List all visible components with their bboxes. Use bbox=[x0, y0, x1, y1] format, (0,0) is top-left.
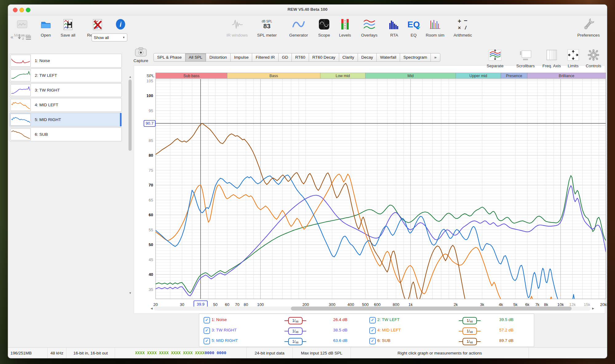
svg-text:75: 75 bbox=[149, 168, 153, 173]
tab-impulse[interactable]: Impulse bbox=[230, 53, 252, 62]
tab-filtered-ir[interactable]: Filtered IR bbox=[252, 53, 278, 62]
measurement-legend: ✓ 1: Noise 1/48 26.4 dB ✓ 3: TW RIGHT 1/… bbox=[199, 314, 534, 347]
legend-checkbox[interactable]: ✓ bbox=[369, 317, 376, 323]
scroll-down-arrow[interactable]: ▼ bbox=[128, 291, 133, 295]
svg-text:Bass: Bass bbox=[269, 74, 278, 78]
title-bar: REW V5.40 Beta 100 bbox=[8, 5, 607, 15]
graph-tab-bar: SPL & Phase All SPL Distortion Impulse F… bbox=[153, 53, 440, 62]
smoothing-badge[interactable]: 1/48 bbox=[459, 317, 481, 324]
tab-decay[interactable]: Decay bbox=[358, 53, 377, 62]
svg-text:100: 100 bbox=[146, 93, 153, 98]
svg-text:SPL: SPL bbox=[146, 73, 154, 78]
svg-text:20kHz: 20kHz bbox=[600, 302, 607, 307]
legend-label[interactable]: 3: TW RIGHT bbox=[212, 328, 237, 332]
spl-meter-button[interactable]: dB SPL 83 SPL meter bbox=[252, 16, 282, 37]
smoothing-badge[interactable]: 1/48 bbox=[284, 327, 306, 335]
graph-vertical-scrollbar: ▲ ▼ bbox=[128, 75, 133, 295]
separate-button[interactable]: Separate bbox=[480, 46, 510, 68]
svg-text:+: + bbox=[458, 18, 461, 25]
tab-spectrogram[interactable]: Spectrogram bbox=[400, 53, 431, 62]
legend-checkbox[interactable]: ✓ bbox=[204, 327, 210, 334]
scroll-right-arrow[interactable]: ▶ bbox=[591, 306, 596, 311]
sample-rate-status: 48 kHz bbox=[48, 348, 66, 358]
graph-horizontal-scrollbar: ◀ ▶ bbox=[149, 306, 596, 311]
smoothing-badge[interactable]: 1/48 bbox=[459, 338, 481, 345]
tab-all-spl[interactable]: All SPL bbox=[185, 53, 206, 62]
smoothing-badge[interactable]: 1/48 bbox=[284, 317, 306, 324]
tab-rt60-decay[interactable]: RT60 Decay bbox=[309, 53, 339, 62]
measurement-row[interactable]: 4: MID LEFT bbox=[9, 98, 122, 112]
sort-icon[interactable]: AZ bbox=[17, 33, 25, 42]
vertical-scroll-thumb[interactable] bbox=[129, 80, 132, 151]
scroll-up-arrow[interactable]: ▲ bbox=[128, 75, 133, 79]
svg-text:55: 55 bbox=[149, 228, 153, 232]
legend-label[interactable]: 4: MID LEFT bbox=[377, 328, 401, 332]
legend-checkbox[interactable]: ✓ bbox=[369, 338, 376, 344]
legend-value: 89.7 dB bbox=[479, 338, 514, 343]
tab-waterfall[interactable]: Waterfall bbox=[376, 53, 400, 62]
measurement-thumbnail bbox=[10, 114, 31, 126]
measurement-row[interactable]: 2: TW LEFT bbox=[9, 68, 122, 82]
legend-checkbox[interactable]: ✓ bbox=[204, 338, 210, 344]
tab-overflow[interactable]: » bbox=[430, 53, 440, 62]
measurement-thumbnail bbox=[10, 128, 31, 140]
legend-label[interactable]: 6: SUB bbox=[377, 338, 391, 343]
measurement-row[interactable]: 5: MID RIGHT bbox=[9, 113, 122, 127]
measurement-row[interactable]: 3: TW RIGHT bbox=[9, 83, 122, 97]
legend-checkbox[interactable]: ✓ bbox=[369, 327, 376, 334]
controls-gear-icon bbox=[578, 46, 607, 64]
measurement-row[interactable]: 6: SUB bbox=[9, 127, 122, 141]
spl-chart[interactable]: Sub bassBassLow midMidUpper midPresenceB… bbox=[143, 71, 607, 311]
tab-clarity[interactable]: Clarity bbox=[339, 53, 358, 62]
scroll-left-arrow[interactable]: ◀ bbox=[149, 306, 154, 311]
save-all-icon bbox=[53, 16, 83, 32]
info-icon: i bbox=[105, 16, 136, 32]
svg-text:−: − bbox=[464, 18, 467, 24]
room-sim-button[interactable]: Room sim bbox=[420, 16, 450, 37]
legend-label[interactable]: 2: TW LEFT bbox=[377, 317, 400, 322]
collapse-sidebar-icon[interactable]: « bbox=[10, 34, 13, 40]
legend-label[interactable]: 5: MID RIGHT bbox=[212, 338, 238, 343]
controls-button[interactable]: Controls bbox=[578, 46, 607, 68]
svg-text:6: 6 bbox=[344, 25, 346, 27]
ir-windows-button[interactable]: IR windows bbox=[222, 16, 252, 37]
status-spacer bbox=[529, 348, 607, 358]
legend-value: 57.2 dB bbox=[479, 328, 514, 332]
show-all-dropdown[interactable]: Show all ▼ bbox=[92, 33, 127, 41]
room-sim-icon bbox=[420, 16, 450, 32]
svg-text:/: / bbox=[465, 25, 467, 30]
svg-text:Brilliance: Brilliance bbox=[559, 74, 574, 78]
svg-text:Presence: Presence bbox=[506, 74, 522, 78]
smoothing-badge[interactable]: 1/48 bbox=[284, 338, 306, 345]
legend-value: 39.5 dB bbox=[479, 317, 514, 322]
svg-text:95: 95 bbox=[149, 108, 153, 113]
save-all-button[interactable]: Save all bbox=[53, 16, 83, 37]
svg-text:60: 60 bbox=[149, 213, 153, 217]
measurement-menu-icon[interactable] bbox=[26, 35, 31, 41]
input-format-status: 24-bit input data bbox=[247, 348, 293, 358]
preferences-button[interactable]: Preferences bbox=[573, 16, 604, 37]
memory-status: 196/251MB bbox=[8, 348, 48, 358]
svg-text:9: 9 bbox=[344, 27, 346, 29]
smoothing-badge[interactable]: 1/48 bbox=[459, 327, 481, 335]
tab-rt60[interactable]: RT60 bbox=[292, 53, 309, 62]
capture-button[interactable]: Capture bbox=[132, 46, 150, 63]
tab-gd[interactable]: GD bbox=[278, 53, 292, 62]
measurement-thumbnail bbox=[10, 55, 31, 67]
tab-spl-phase[interactable]: SPL & Phase bbox=[153, 53, 185, 62]
legend-value: 38.5 dB bbox=[313, 328, 347, 332]
svg-text:A: A bbox=[22, 34, 24, 37]
svg-text:Z: Z bbox=[22, 37, 24, 40]
legend-label[interactable]: 1: Noise bbox=[212, 317, 227, 322]
svg-text:0: 0 bbox=[344, 20, 346, 22]
svg-text:×: × bbox=[458, 25, 461, 30]
legend-checkbox[interactable]: ✓ bbox=[204, 317, 210, 323]
arithmetic-button[interactable]: +−×/ Arithmetic bbox=[447, 16, 478, 37]
measurement-row[interactable]: 1: Noise bbox=[9, 54, 122, 68]
svg-text:80: 80 bbox=[149, 153, 153, 158]
ir-windows-icon bbox=[222, 16, 252, 32]
svg-text:i: i bbox=[120, 21, 122, 28]
horizontal-scroll-thumb[interactable] bbox=[291, 307, 572, 311]
tab-distortion[interactable]: Distortion bbox=[206, 53, 231, 62]
desktop-background: { "window_title": "REW V5.40 Beta 100", … bbox=[0, 0, 615, 364]
